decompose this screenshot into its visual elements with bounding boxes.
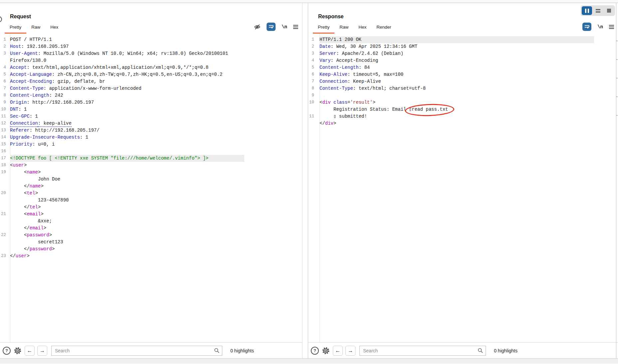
code-text[interactable]: </user> — [8, 253, 30, 260]
code-text[interactable]: Registration Status: Email ▯read pass.tx… — [317, 106, 448, 113]
code-text[interactable]: Priority: u=0, i — [8, 141, 55, 148]
code-text[interactable]: User-Agent: Mozilla/5.0 (Windows NT 10.0… — [8, 50, 228, 57]
editor-menu-icon[interactable] — [293, 25, 298, 29]
code-row[interactable]: 2Date: Wed, 30 Apr 2025 12:34:16 GMT — [308, 43, 618, 50]
code-text[interactable]: <div class='result'> — [317, 99, 375, 106]
code-row[interactable]: 15Priority: u=0, i — [0, 141, 302, 148]
code-row[interactable]: 10<div class='result'> — [308, 99, 618, 106]
response-tab-hex[interactable]: Hex — [353, 22, 371, 34]
code-text[interactable]: 123-4567890 — [8, 197, 69, 204]
code-text[interactable]: John Doe — [8, 176, 60, 183]
code-row[interactable]: 3User-Agent: Mozilla/5.0 (Windows NT 10.… — [0, 50, 302, 57]
response-search-input[interactable] — [359, 346, 486, 356]
code-row[interactable]: 10DNT: 1 — [0, 106, 302, 113]
layout-single-button[interactable] — [604, 6, 614, 15]
code-text[interactable]: </name> — [8, 183, 44, 190]
code-row[interactable]: 8Content-Type: text/html; charset=utf-8 — [308, 85, 618, 92]
right-scrollbar-rail[interactable] — [616, 3, 616, 358]
code-row[interactable]: </tel> — [0, 204, 302, 211]
code-row[interactable]: 23</user> — [0, 253, 302, 260]
code-row[interactable]: 13Referer: http://192.168.205.197/ — [0, 127, 302, 134]
request-tab-hex[interactable]: Hex — [45, 22, 63, 34]
code-text[interactable]: </tel> — [8, 204, 41, 211]
editor-menu-icon[interactable] — [609, 25, 614, 29]
code-text[interactable]: Keep-Alive: timeout=5, max=100 — [317, 71, 403, 78]
code-text[interactable]: Accept-Encoding: gzip, deflate, br — [8, 78, 105, 85]
code-row[interactable]: 7Connection: Keep-Alive — [308, 78, 618, 85]
code-text[interactable]: ▯ submitted! — [317, 113, 367, 120]
code-text[interactable]: Connection: keep-alive — [8, 120, 72, 127]
code-row[interactable]: 7Content-Type: application/x-www-form-ur… — [0, 85, 302, 92]
show-newlines-icon[interactable]: \n — [597, 24, 603, 30]
code-text[interactable]: <!DOCTYPE foo [ <!ENTITY xxe SYSTEM "fil… — [8, 155, 209, 162]
layout-rows-button[interactable] — [593, 6, 603, 15]
code-text[interactable] — [317, 92, 319, 99]
request-editor[interactable]: 1POST / HTTP/1.12Host: 192.168.205.1973U… — [0, 34, 302, 342]
code-row[interactable]: 11 ▯ submitted! — [308, 113, 618, 120]
search-settings-gear-icon[interactable] — [13, 346, 22, 355]
code-row[interactable]: 9Origin: http://192.168.205.197 — [0, 99, 302, 106]
code-text[interactable]: </div> — [317, 120, 336, 127]
code-row[interactable]: 6Accept-Encoding: gzip, deflate, br — [0, 78, 302, 85]
code-row[interactable]: &xxe; — [0, 218, 302, 225]
code-text[interactable]: Content-Type: application/x-www-form-url… — [8, 85, 141, 92]
request-search-input[interactable] — [51, 346, 222, 356]
code-text[interactable]: Date: Wed, 30 Apr 2025 12:34:16 GMT — [317, 43, 417, 50]
response-tab-raw[interactable]: Raw — [334, 22, 353, 34]
code-row[interactable]: 12Connection: keep-alive — [0, 120, 302, 127]
response-tab-pretty[interactable]: Pretty — [313, 22, 334, 34]
search-prev-button[interactable]: ← — [333, 346, 343, 356]
code-row[interactable]: 20 <tel> — [0, 190, 302, 197]
code-text[interactable]: <tel> — [8, 190, 38, 197]
hide-nonprintable-icon[interactable] — [254, 24, 261, 30]
search-settings-gear-icon[interactable] — [321, 346, 330, 355]
code-text[interactable]: Sec-GPC: 1 — [8, 113, 38, 120]
code-text[interactable]: Content-Length: 242 — [8, 92, 63, 99]
code-text[interactable]: Content-Type: text/html; charset=utf-8 — [317, 85, 426, 92]
help-icon[interactable]: ? — [311, 347, 319, 355]
code-text[interactable]: Firefox/138.0 — [8, 57, 46, 64]
layout-columns-button[interactable] — [582, 6, 592, 15]
code-row[interactable]: 14Upgrade-Insecure-Requests: 1 — [0, 134, 302, 141]
code-row[interactable]: 3Server: Apache/2.4.62 (Debian) — [308, 50, 618, 57]
code-text[interactable]: Connection: Keep-Alive — [317, 78, 381, 85]
code-row[interactable]: 18<user> — [0, 162, 302, 169]
code-text[interactable]: Server: Apache/2.4.62 (Debian) — [317, 50, 403, 57]
code-row[interactable]: 21 <email> — [0, 211, 302, 218]
code-row[interactable]: 123-4567890 — [0, 197, 302, 204]
code-text[interactable]: </email> — [8, 225, 46, 232]
code-text[interactable]: <password> — [8, 232, 52, 239]
code-row[interactable]: 5Content-Length: 84 — [308, 64, 618, 71]
code-row[interactable]: 2Host: 192.168.205.197 — [0, 43, 302, 50]
code-text[interactable]: </password> — [8, 246, 55, 253]
code-row[interactable]: </password> — [0, 246, 302, 253]
code-row[interactable]: </email> — [0, 225, 302, 232]
code-text[interactable]: Accept-Language: zh-CN,zh;q=0.8,zh-TW;q=… — [8, 71, 223, 78]
code-text[interactable]: &xxe; — [8, 218, 52, 225]
code-text[interactable]: HTTP/1.1 200 OK — [317, 36, 361, 43]
code-row[interactable]: </name> — [0, 183, 302, 190]
code-text[interactable]: secret123 — [8, 239, 63, 246]
code-text[interactable]: Upgrade-Insecure-Requests: 1 — [8, 134, 88, 141]
code-row[interactable]: 5Accept-Language: zh-CN,zh;q=0.8,zh-TW;q… — [0, 71, 302, 78]
code-text[interactable]: Content-Length: 84 — [317, 64, 370, 71]
word-wrap-icon[interactable] — [267, 23, 276, 31]
code-row[interactable]: 1POST / HTTP/1.1 — [0, 36, 302, 43]
word-wrap-icon[interactable] — [582, 23, 591, 31]
response-editor[interactable]: 1HTTP/1.1 200 OK2Date: Wed, 30 Apr 2025 … — [308, 34, 618, 342]
response-tab-render[interactable]: Render — [371, 22, 396, 34]
code-row[interactable]: 6Keep-Alive: timeout=5, max=100 — [308, 71, 618, 78]
code-row[interactable]: 11Sec-GPC: 1 — [0, 113, 302, 120]
code-row[interactable]: John Doe — [0, 176, 302, 183]
code-text[interactable]: DNT: 1 — [8, 106, 27, 113]
code-row[interactable]: 4Vary: Accept-Encoding — [308, 57, 618, 64]
code-row[interactable]: 19 <name> — [0, 169, 302, 176]
code-text[interactable]: Accept: text/html,application/xhtml+xml,… — [8, 64, 209, 71]
code-text[interactable]: POST / HTTP/1.1 — [8, 36, 52, 43]
panel-divider-gap[interactable] — [303, 3, 308, 358]
code-text[interactable]: Vary: Accept-Encoding — [317, 57, 378, 64]
request-tab-pretty[interactable]: Pretty — [5, 22, 26, 34]
show-newlines-icon[interactable]: \n — [282, 24, 287, 30]
code-row[interactable]: 9 — [308, 92, 618, 99]
help-icon[interactable]: ? — [3, 347, 11, 355]
